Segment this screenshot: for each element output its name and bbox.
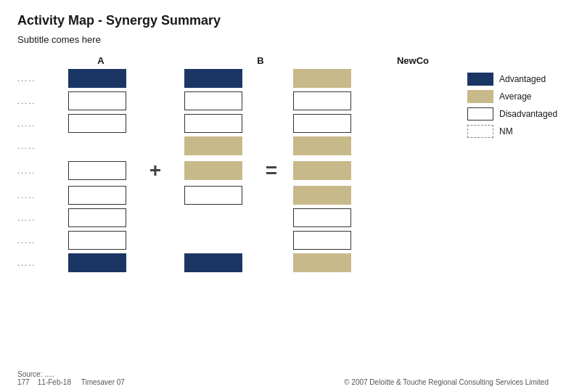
bar-cell-b bbox=[173, 136, 253, 155]
table-row: ..... bbox=[17, 208, 446, 227]
table-row: ..... bbox=[17, 231, 446, 250]
bar-b bbox=[184, 231, 242, 250]
legend-item: NM bbox=[467, 125, 557, 138]
bar-newco bbox=[293, 136, 351, 155]
bar-a bbox=[68, 161, 126, 180]
main-content: A B NewCo ..... ..... bbox=[17, 55, 549, 276]
legend-item: Average bbox=[467, 90, 557, 103]
bar-newco bbox=[293, 161, 351, 180]
bar-cell-b bbox=[173, 231, 253, 250]
bar-newco bbox=[293, 253, 351, 272]
row-label: ..... bbox=[17, 119, 57, 128]
row-label: ..... bbox=[17, 258, 57, 267]
bar-cell-a bbox=[57, 69, 137, 88]
bar-a bbox=[68, 253, 126, 272]
bar-cell-newco bbox=[290, 231, 355, 250]
bar-cell-a bbox=[57, 161, 137, 180]
legend-item: Disadvantaged bbox=[467, 107, 557, 121]
bar-a bbox=[68, 69, 126, 88]
row-label: ..... bbox=[17, 97, 57, 105]
source-value: ..... bbox=[44, 370, 54, 378]
bar-cell-b bbox=[173, 91, 253, 110]
bar-b bbox=[184, 186, 242, 205]
table-row: ..... bbox=[17, 253, 446, 272]
bar-cell-newco bbox=[290, 114, 355, 133]
table-row: ..... bbox=[17, 136, 446, 155]
legend: Advantaged Average Disadvantaged NM bbox=[467, 73, 557, 138]
bar-cell-newco bbox=[290, 69, 355, 88]
bar-cell-b bbox=[173, 253, 253, 272]
bar-cell-b bbox=[173, 69, 253, 88]
table-row: ..... bbox=[17, 91, 446, 110]
row-label: ..... bbox=[17, 166, 57, 175]
bar-a bbox=[68, 114, 126, 133]
row-label: ..... bbox=[17, 191, 57, 200]
bar-b bbox=[184, 136, 242, 155]
bar-a bbox=[68, 208, 126, 227]
subtitle: Subtitle comes here bbox=[17, 34, 549, 45]
table-row: ..... bbox=[17, 69, 446, 88]
table-row: ..... bbox=[17, 186, 446, 205]
bar-a bbox=[68, 91, 126, 110]
col-header-a: A bbox=[61, 55, 141, 66]
legend-label: Average bbox=[499, 91, 531, 102]
bar-cell-a bbox=[57, 186, 137, 205]
col-header-b: B bbox=[221, 55, 300, 66]
bar-cell-newco bbox=[290, 253, 355, 272]
legend-label: Disadvantaged bbox=[499, 109, 557, 119]
col-header-newco: NewCo bbox=[380, 55, 446, 66]
footer-date: 11-Feb-18 bbox=[38, 378, 71, 386]
page: Activity Map - Synergy Summary Subtitle … bbox=[0, 0, 566, 392]
bar-cell-b bbox=[173, 208, 253, 227]
footer: Source: ..... 177 11-Feb-18 Timesaver 07… bbox=[17, 370, 549, 386]
bar-cell-b bbox=[173, 161, 253, 180]
bar-b bbox=[184, 69, 242, 88]
bar-cell-newco bbox=[290, 208, 355, 227]
bar-newco bbox=[293, 208, 351, 227]
bar-newco bbox=[293, 114, 351, 133]
legend-label: Advantaged bbox=[499, 74, 546, 84]
col-headers: A B NewCo bbox=[61, 55, 446, 66]
bar-newco bbox=[293, 91, 351, 110]
legend-box bbox=[467, 125, 493, 138]
footer-left: Source: ..... 177 11-Feb-18 Timesaver 07 bbox=[17, 370, 125, 386]
bar-b bbox=[184, 253, 242, 272]
bar-cell-a bbox=[57, 136, 137, 155]
bar-b bbox=[184, 208, 242, 227]
rows-wrapper: ..... ..... .... bbox=[17, 69, 446, 272]
bar-cell-b bbox=[173, 114, 253, 133]
row-label: ..... bbox=[17, 236, 57, 245]
bar-newco bbox=[293, 186, 351, 205]
plus-operator: + bbox=[149, 159, 161, 182]
bar-b bbox=[184, 161, 242, 180]
bar-cell-newco bbox=[290, 136, 355, 155]
bar-a bbox=[68, 186, 126, 205]
page-number: 177 bbox=[17, 378, 30, 386]
bar-cell-b bbox=[173, 186, 253, 205]
row-label: ..... bbox=[17, 74, 57, 83]
bar-newco bbox=[293, 69, 351, 88]
source-label: Source: bbox=[17, 370, 42, 378]
bar-cell-a bbox=[57, 91, 137, 110]
bar-b bbox=[184, 91, 242, 110]
equals-operator: = bbox=[266, 159, 277, 182]
bar-cell-a bbox=[57, 114, 137, 133]
legend-item: Advantaged bbox=[467, 73, 557, 86]
bar-newco bbox=[293, 231, 351, 250]
table-row: ..... bbox=[17, 114, 446, 133]
bar-cell-newco bbox=[290, 91, 355, 110]
bar-cell-a bbox=[57, 253, 137, 272]
bar-a bbox=[68, 136, 126, 155]
bar-cell-newco bbox=[290, 186, 355, 205]
footer-right: © 2007 Deloitte & Touche Regional Consul… bbox=[344, 378, 549, 386]
legend-box bbox=[467, 90, 493, 103]
legend-box bbox=[467, 73, 493, 86]
bar-cell-a bbox=[57, 208, 137, 227]
bar-cell-a bbox=[57, 231, 137, 250]
chart-area: A B NewCo ..... ..... bbox=[17, 55, 446, 276]
bar-cell-newco bbox=[290, 161, 355, 180]
row-label: ..... bbox=[17, 142, 57, 150]
legend-box bbox=[467, 107, 493, 121]
footer-tool: Timesaver 07 bbox=[81, 378, 125, 386]
legend-label: NM bbox=[499, 126, 513, 136]
